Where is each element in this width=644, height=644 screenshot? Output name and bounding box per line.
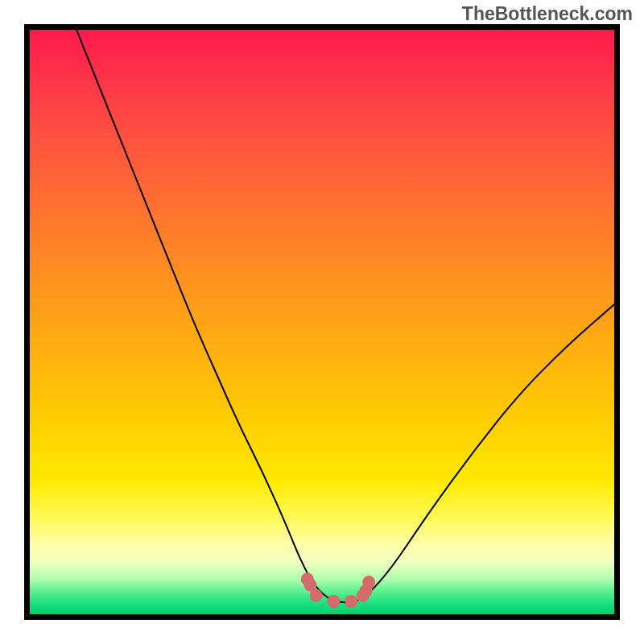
plot-frame bbox=[24, 24, 620, 620]
watermark-text: TheBottleneck.com bbox=[462, 3, 633, 25]
chart-container: TheBottleneck.com bbox=[0, 0, 644, 644]
curve-svg bbox=[30, 30, 614, 614]
marker-dot bbox=[328, 595, 341, 608]
bottleneck-curve bbox=[76, 30, 614, 602]
marker-dot bbox=[310, 589, 323, 602]
marker-dot bbox=[362, 576, 375, 588]
plot-area bbox=[30, 30, 614, 614]
min-region-markers bbox=[301, 572, 375, 608]
marker-dot bbox=[345, 595, 357, 608]
